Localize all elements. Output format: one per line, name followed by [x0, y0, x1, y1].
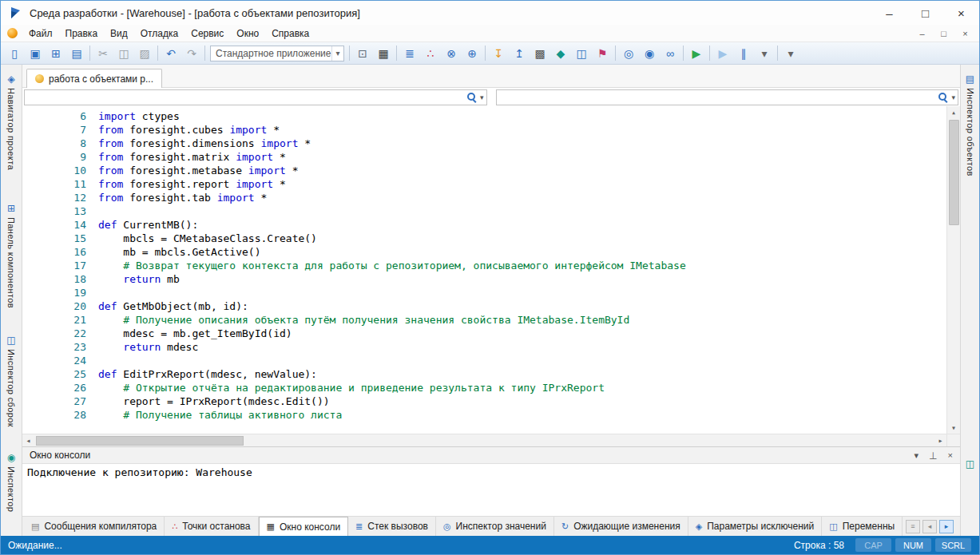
line-number: 28 — [22, 408, 86, 422]
bottom-tab[interactable]: ↻Ожидающие изменения — [554, 517, 688, 536]
chevron-down-icon[interactable]: ▾ — [480, 93, 484, 101]
modules-icon[interactable]: ◫ — [571, 44, 592, 62]
bottom-tab[interactable]: ▦Окно консоли — [259, 517, 349, 536]
object-structure-icon[interactable]: ≣ — [399, 44, 420, 62]
app-type-dropdown[interactable]: Стандартное приложение▾ — [210, 46, 344, 61]
sidebar-tab-component-palette[interactable]: ⊞Панель компонентов — [6, 202, 16, 308]
close-button[interactable]: × — [943, 1, 979, 25]
run-options-icon[interactable]: ▾ — [754, 44, 775, 62]
code-token: * — [286, 165, 299, 176]
save-icon[interactable]: ▣ — [25, 44, 46, 62]
maximize-button[interactable]: □ — [907, 1, 943, 25]
editor-tab[interactable]: работа с объектами р... — [26, 69, 162, 88]
tab-scroll-right-button[interactable]: ▸ — [939, 520, 954, 533]
find-references-icon[interactable]: ◉ — [639, 44, 660, 62]
tab-scroll-left-button[interactable]: ◂ — [922, 520, 937, 533]
sidebar-tab-side-panel[interactable]: ◫ — [966, 458, 974, 470]
code-text: mdesc = mb.get_ItemById(id) — [86, 327, 292, 340]
unit-information-icon[interactable]: ⊡ — [352, 44, 373, 62]
menu-item[interactable]: Окно — [230, 26, 265, 42]
panel-menu-icon[interactable]: ▾ — [915, 450, 919, 461]
bottom-tab[interactable]: ▤Сообщения компилятора — [24, 517, 165, 536]
horizontal-scrollbar[interactable]: ◂ ▸ — [22, 434, 946, 446]
menu-item[interactable]: Вид — [104, 26, 134, 42]
code-token: foresight.report — [123, 178, 236, 190]
redo-icon[interactable]: ↷ — [181, 44, 202, 62]
code-line: 18 return mb — [22, 272, 946, 286]
mdi-restore-button[interactable]: □ — [933, 26, 954, 41]
resources-icon[interactable]: ▩ — [530, 44, 550, 62]
print-icon[interactable]: ▤ — [66, 44, 87, 62]
export-object-icon[interactable]: ↧ — [488, 44, 509, 62]
search-input-left[interactable] — [25, 90, 467, 105]
tab-list-button[interactable]: ≡ — [906, 520, 920, 533]
search-input-right[interactable] — [497, 90, 939, 105]
scroll-down-icon[interactable]: ▾ — [948, 422, 960, 434]
pin-icon[interactable]: ⊤ — [929, 450, 937, 461]
panel-close-icon[interactable]: × — [948, 450, 953, 460]
profiler-icon[interactable]: ⚑ — [592, 44, 613, 62]
menu-item[interactable]: Сервис — [184, 26, 230, 42]
pause-icon[interactable]: ∥ — [733, 44, 754, 62]
code-text: from foresight.dimensions import * — [86, 137, 311, 150]
sidebar-tab-label: Инспектор объектов — [966, 88, 975, 176]
run-icon[interactable]: ▶ — [686, 44, 707, 62]
code-token: * — [298, 137, 311, 149]
breakpoints-icon[interactable]: ∴ — [420, 44, 441, 62]
bottom-tab[interactable]: ◎Инспектор значений — [436, 517, 554, 536]
bottom-tab[interactable]: ◈Параметры исключений — [688, 517, 823, 536]
object-links-icon[interactable]: ∞ — [660, 44, 680, 62]
code-token: def — [98, 300, 117, 312]
line-number: 17 — [22, 259, 86, 272]
sidebar-tab-object-inspector[interactable]: ▤Инспектор объектов — [966, 73, 975, 176]
minimize-button[interactable]: – — [871, 1, 907, 25]
vertical-scrollbar[interactable]: ▴ ▾ — [946, 106, 960, 434]
mdi-close-button[interactable]: × — [954, 26, 976, 41]
scrollbar-thumb[interactable] — [949, 120, 959, 225]
line-number: 21 — [22, 313, 86, 327]
menu-item[interactable]: Отладка — [134, 26, 184, 42]
code-text: report = IPrxReport(mdesc.Edit()) — [86, 394, 330, 408]
code-line: 26 # Открытие отчёта на редактирование и… — [22, 381, 946, 394]
save-all-icon[interactable]: ⊞ — [46, 44, 66, 62]
console-window-icon[interactable]: ▦ — [373, 44, 394, 62]
menu-item[interactable]: Справка — [265, 26, 315, 42]
paste-icon[interactable]: ▨ — [134, 44, 155, 62]
search-icon[interactable] — [938, 93, 948, 102]
line-number: 7 — [22, 123, 86, 137]
code-editor[interactable]: 6import ctypes7from foresight.cubes impo… — [22, 106, 960, 446]
sidebar-tab-inspector[interactable]: ◉Инспектор — [6, 451, 16, 512]
bottom-tab[interactable]: ≣Стек вызовов — [348, 517, 436, 536]
project-navigator-icon: ◈ — [7, 73, 14, 85]
repository-icon[interactable]: ◆ — [550, 44, 571, 62]
scrollbar-thumb[interactable] — [36, 436, 244, 446]
scroll-up-icon[interactable]: ▴ — [948, 106, 960, 118]
scroll-right-icon[interactable]: ▸ — [934, 434, 946, 446]
mdi-minimize-button[interactable]: – — [911, 26, 933, 41]
menu-item[interactable]: Файл — [22, 26, 59, 42]
bottom-tab[interactable]: ∴Точки останова — [165, 517, 258, 536]
console-icon: ▦ — [267, 521, 275, 532]
close-search-icon[interactable]: ⊗ — [441, 44, 462, 62]
code-token: CurrentMB(): — [117, 219, 198, 231]
continue-debug-icon[interactable]: ▶ — [712, 44, 733, 62]
copy-icon[interactable]: ◫ — [113, 44, 134, 62]
new-document-icon[interactable]: ▯ — [4, 44, 25, 62]
import-object-icon[interactable]: ↥ — [509, 44, 530, 62]
sidebar-tab-assembly-inspector[interactable]: ◫Инспектор сборок — [6, 334, 16, 427]
value-inspector-icon: ◎ — [443, 521, 451, 532]
scroll-left-icon[interactable]: ◂ — [22, 434, 34, 446]
undo-icon[interactable]: ↶ — [161, 44, 181, 62]
code-token — [98, 273, 123, 285]
search-repository-icon[interactable]: ⊕ — [462, 44, 482, 62]
search-row: ▾ ▾ — [22, 88, 960, 106]
tools-options-icon[interactable]: ▾ — [780, 44, 801, 62]
menu-item[interactable]: Правка — [59, 26, 105, 42]
find-object-icon[interactable]: ◎ — [618, 44, 639, 62]
chevron-down-icon[interactable]: ▾ — [951, 93, 955, 101]
cut-icon[interactable]: ✂ — [93, 44, 113, 62]
search-icon[interactable] — [467, 93, 477, 102]
sidebar-tab-project-navigator[interactable]: ◈Навигатор проекта — [6, 73, 16, 170]
bottom-tab[interactable]: ◫Переменны — [822, 517, 903, 536]
console-panel-header: Окно консоли ▾ ⊤ × — [22, 446, 960, 464]
